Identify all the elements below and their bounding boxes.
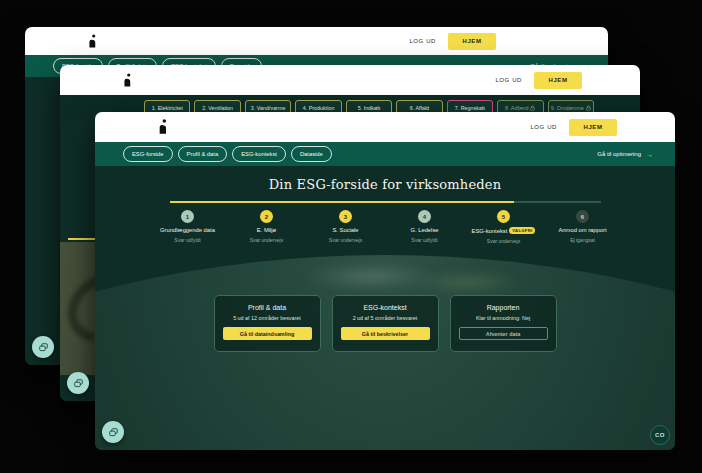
page-body: Din ESG-forside for virksomheden 1 Grund… xyxy=(95,166,675,450)
step-number: 4 xyxy=(418,210,431,223)
step-s-sociale[interactable]: 3 S. Sociale Svar undervejs xyxy=(306,210,385,244)
go-to-descriptions-button[interactable]: Gå til beskrivelser xyxy=(341,327,430,340)
step-label: G. Ledelse xyxy=(410,227,438,233)
card-title: Rapporten xyxy=(451,304,556,311)
progress-fill xyxy=(170,201,515,203)
esg-nav-bar: ESG-forside Profil & data ESG-kontekst D… xyxy=(95,142,675,166)
company-logo-icon[interactable] xyxy=(87,34,98,49)
cookie-consent-button[interactable]: CO xyxy=(650,425,670,445)
company-logo-icon[interactable] xyxy=(122,73,133,88)
card-subtitle: 5 ud af 12 områder besvaret xyxy=(215,315,320,321)
app-header: LOG UD HJEM xyxy=(95,112,675,142)
home-button[interactable]: HJEM xyxy=(534,72,582,89)
chat-widget-button[interactable] xyxy=(67,372,89,394)
chat-icon xyxy=(38,342,49,353)
step-status: Ej igangsat xyxy=(570,237,595,243)
optional-badge: VALGFRI xyxy=(509,227,535,234)
card-title: ESG-kontekst xyxy=(333,304,438,311)
step-label: Anmod om rapport xyxy=(558,227,606,233)
earth-background-image xyxy=(95,255,675,450)
step-label: Grundlæggende data xyxy=(160,227,215,233)
go-to-optimization-link[interactable]: Gå til optimering → xyxy=(597,151,653,158)
logout-button[interactable]: LOG UD xyxy=(495,77,522,83)
card-title: Profil & data xyxy=(215,304,320,311)
nav-tab-profil-data[interactable]: Profil & data xyxy=(178,146,228,162)
desktop-canvas: LOG UD HJEM ESG-forside Profil & data ES… xyxy=(0,0,702,473)
step-g-ledelse[interactable]: 4 G. Ledelse Svar udfyldt xyxy=(385,210,464,244)
optimize-label: Gå til optimering xyxy=(597,151,641,157)
chat-widget-button[interactable] xyxy=(32,336,54,358)
step-status: Svar undervejs xyxy=(487,238,520,244)
home-button[interactable]: HJEM xyxy=(569,119,617,136)
esg-stepper: 1 Grundlæggende data Svar udfyldt 2 E. M… xyxy=(148,210,622,244)
step-number: 2 xyxy=(260,210,273,223)
nav-tab-esg-forside[interactable]: ESG-forside xyxy=(123,146,173,162)
app-header: LOG UD HJEM xyxy=(60,65,640,95)
step-e-miljo[interactable]: 2 E. Miljø Svar undervejs xyxy=(227,210,306,244)
card-subtitle: Klar til anmodning: Nej xyxy=(451,315,556,321)
lock-icon xyxy=(530,105,535,111)
card-subtitle: 2 ud af 5 områder besvaret xyxy=(333,315,438,321)
step-number: 6 xyxy=(576,210,589,223)
chat-icon xyxy=(73,378,84,389)
step-number: 1 xyxy=(181,210,194,223)
chat-widget-button[interactable] xyxy=(102,421,124,443)
step-grundlaeggende-data[interactable]: 1 Grundlæggende data Svar udfyldt xyxy=(148,210,227,244)
step-esg-kontekst[interactable]: 5 ESG-kontekst VALGFRI Svar undervejs xyxy=(464,210,543,244)
go-to-data-collection-button[interactable]: Gå til dataindsamling xyxy=(223,327,312,340)
company-logo-icon[interactable] xyxy=(157,119,169,135)
summary-cards: Profil & data 5 ud af 12 områder besvare… xyxy=(95,295,675,352)
step-status: Svar undervejs xyxy=(329,237,362,243)
logout-button[interactable]: LOG UD xyxy=(409,38,436,44)
step-label: ESG-kontekst VALGFRI xyxy=(472,227,536,234)
awaiting-data-button[interactable]: Afventer data xyxy=(459,327,548,340)
card-rapporten: Rapporten Klar til anmodning: Nej Afvent… xyxy=(450,295,557,352)
step-status: Svar udfyldt xyxy=(411,237,437,243)
nav-tab-esg-kontekst[interactable]: ESG-kontekst xyxy=(232,146,286,162)
card-esg-kontekst: ESG-kontekst 2 ud af 5 områder besvaret … xyxy=(332,295,439,352)
step-number: 3 xyxy=(339,210,352,223)
step-label: S. Sociale xyxy=(332,227,358,233)
step-number: 5 xyxy=(497,210,510,223)
nav-tab-dataside[interactable]: Dataside xyxy=(291,146,332,162)
overall-progress-bar xyxy=(170,201,601,203)
chat-icon xyxy=(108,427,119,438)
step-anmod-om-rapport[interactable]: 6 Anmod om rapport Ej igangsat xyxy=(543,210,622,244)
lock-icon xyxy=(586,105,591,111)
home-button[interactable]: HJEM xyxy=(448,33,496,50)
app-header: LOG UD HJEM xyxy=(25,27,608,55)
step-label: E. Miljø xyxy=(257,227,276,233)
arrow-right-icon: → xyxy=(646,151,653,158)
step-status: Svar udfyldt xyxy=(174,237,200,243)
card-profil-data: Profil & data 5 ud af 12 områder besvare… xyxy=(214,295,321,352)
window-front: LOG UD HJEM ESG-forside Profil & data ES… xyxy=(95,112,675,450)
step-status: Svar undervejs xyxy=(250,237,283,243)
page-title: Din ESG-forside for virksomheden xyxy=(95,166,675,192)
logout-button[interactable]: LOG UD xyxy=(530,124,557,130)
